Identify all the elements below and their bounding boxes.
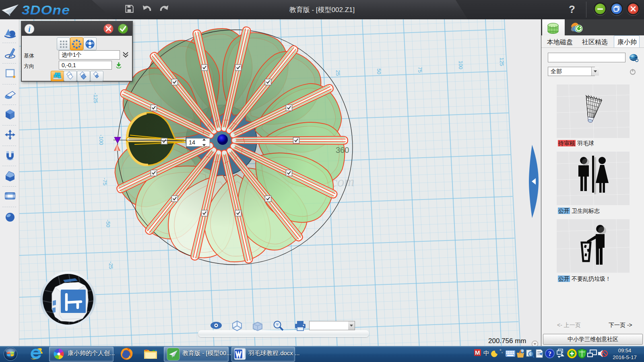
svg-text:?: ?	[548, 350, 551, 357]
svg-text:360: 360	[336, 146, 349, 154]
svg-text:i: i	[28, 25, 31, 33]
svg-text:3DOne: 3DOne	[22, 3, 70, 17]
svg-text:14: 14	[189, 139, 195, 146]
